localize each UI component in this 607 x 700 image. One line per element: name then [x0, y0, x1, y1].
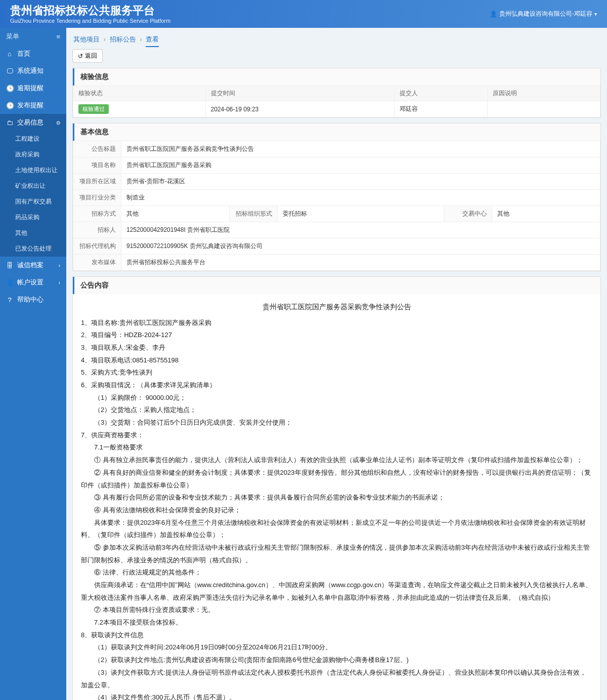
- sidebar-item[interactable]: 🗀交易信息⊖: [0, 114, 66, 131]
- app-header: 贵州省招标投标公共服务平台 GuiZhou Province Tendering…: [0, 0, 607, 28]
- label: 发布媒体: [73, 255, 121, 271]
- document-line: 5、采购方式:竞争性谈判: [81, 366, 592, 379]
- sidebar-item-label: 逾期提醒: [17, 84, 44, 93]
- table-row: 核验通过 2024-06-19 09:23 邓廷容: [73, 101, 600, 117]
- value: 贵州省-贵阳市-花溪区: [121, 174, 600, 190]
- user-icon: 👤: [6, 279, 13, 286]
- back-label: 返回: [85, 52, 97, 60]
- app-subtitle: GuiZhou Province Tendering and Bidding P…: [10, 18, 170, 24]
- clock-icon: 🕒: [6, 102, 13, 109]
- cell-reason: [488, 101, 600, 117]
- sidebar-header: 菜单 ≡: [0, 28, 66, 45]
- info-table: 公告标题 贵州省职工医院国产服务器采购竞争性谈判公告 项目名称 贵州省职工医院国…: [73, 141, 600, 271]
- sidebar-item[interactable]: ?帮助中心: [0, 291, 66, 308]
- home-icon: ⌂: [6, 50, 13, 58]
- user-menu[interactable]: 👤 贵州弘典建设咨询有限公司-邓廷容 ▾: [490, 10, 597, 18]
- col-reason: 原因说明: [488, 86, 600, 101]
- document-line: （1）采购限价： 90000.00元；: [81, 392, 592, 404]
- document-line: 4、项目联系电话:0851-85755198: [81, 354, 592, 367]
- sidebar-item[interactable]: 🖵系统通知: [0, 62, 66, 79]
- sidebar-item[interactable]: ⌂首页: [0, 45, 66, 62]
- value: 91520000722109905K 贵州弘典建设咨询有限公司: [121, 238, 600, 255]
- cell-time: 2024-06-19 09:23: [205, 101, 395, 117]
- breadcrumb: 其他项目 › 招标公告 › 查看: [72, 33, 601, 49]
- label: 交易中心: [444, 206, 492, 222]
- sidebar-item[interactable]: 🕒发布提醒: [0, 97, 66, 114]
- clock-icon: 🕒: [6, 85, 13, 92]
- document-body: 贵州省职工医院国产服务器采购竞争性谈判公告 1、项目名称:贵州省职工医院国产服务…: [73, 294, 600, 700]
- sidebar: 菜单 ≡ ⌂首页🖵系统通知🕒逾期提醒🕒发布提醒🗀交易信息⊖工程建设政府采购土地使…: [0, 28, 66, 700]
- value: 贵州省招标投标公共服务平台: [121, 255, 600, 271]
- sidebar-item-label: 系统通知: [17, 66, 44, 75]
- label: 项目所在区域: [73, 174, 121, 190]
- value: 其他: [492, 206, 600, 222]
- sidebar-item[interactable]: 👤帐户设置›: [0, 274, 66, 291]
- document-line: 8、获取谈判文件信息: [81, 629, 592, 642]
- sidebar-item[interactable]: 🗄诚信档案›: [0, 257, 66, 274]
- document-line: 7、供应商资格要求：: [81, 429, 592, 442]
- document-line: （2）获取谈判文件地点:贵州弘典建设咨询有限公司(贵阳市金阳南路6号世纪金源购物…: [81, 654, 592, 667]
- main-content: 其他项目 › 招标公告 › 查看 ↺ 返回 核验信息 核验状态 提交时间 提交人…: [66, 28, 607, 700]
- header-brand: 贵州省招标投标公共服务平台 GuiZhou Province Tendering…: [10, 4, 170, 23]
- document-line: 3、项目联系人:宋金委、李丹: [81, 342, 592, 354]
- panel-title: 公告内容: [73, 277, 600, 294]
- expand-icon: ›: [59, 263, 60, 268]
- document-line: （3）交货期：合同签订后5个日历日内完成供货、安装并交付使用；: [81, 417, 592, 429]
- document-line: （4）谈判文件售价:300元人民币（售后不退）。: [81, 691, 592, 700]
- chevron-down-icon: ▾: [594, 11, 597, 17]
- col-time: 提交时间: [205, 86, 395, 101]
- document-line: （1）获取谈判文件时间:2024年06月19日09时00分至2024年06月21…: [81, 641, 592, 654]
- document-title: 贵州省职工医院国产服务器采购竞争性谈判公告: [81, 300, 592, 314]
- document-line: 具体要求：提供2023年6月至今任意三个月依法缴纳税收和社会保障资金的有效证明材…: [81, 517, 592, 542]
- document-line: ① 具有独立承担民事责任的能力，提供法人（营利法人或非营利法人）有效的营业执照（…: [81, 454, 592, 467]
- reload-icon: ↺: [78, 53, 83, 60]
- expand-icon: ⊖: [56, 120, 60, 126]
- status-badge: 核验通过: [78, 104, 109, 114]
- help-icon: ?: [6, 296, 13, 304]
- document-line: ③ 具有履行合同所必需的设备和专业技术能力；具体要求：提供具备履行合同所必需的设…: [81, 491, 592, 504]
- label: 招标代理机构: [73, 238, 121, 255]
- sidebar-sub-item[interactable]: 已发公告处理: [0, 241, 66, 257]
- sidebar-sub-item[interactable]: 药品采购: [0, 210, 66, 225]
- menu-label: 菜单: [6, 32, 19, 41]
- cell-person: 邓廷容: [395, 101, 488, 117]
- user-icon: 👤: [490, 11, 497, 18]
- basic-panel: 基本信息 公告标题 贵州省职工医院国产服务器采购竞争性谈判公告 项目名称 贵州省…: [72, 123, 601, 271]
- document-line: 7.1一般资格要求: [81, 441, 592, 454]
- breadcrumb-sep: ›: [104, 35, 106, 43]
- document-line: ② 具有良好的商业信誉和健全的财务会计制度；具体要求：提供2023年度财务报告。…: [81, 467, 592, 491]
- label: 招标人: [73, 222, 121, 238]
- value: 制造业: [121, 190, 600, 206]
- sidebar-sub-item[interactable]: 政府采购: [0, 147, 66, 162]
- value: 其他: [121, 206, 230, 222]
- label: 项目行业分类: [73, 190, 121, 206]
- sidebar-item-label: 交易信息: [17, 118, 44, 127]
- sidebar-sub-item[interactable]: 土地使用权出让: [0, 162, 66, 178]
- sidebar-item-label: 帮助中心: [17, 295, 44, 304]
- archive-icon: 🗄: [6, 262, 13, 269]
- expand-icon: ›: [59, 280, 60, 285]
- hamburger-icon[interactable]: ≡: [56, 33, 60, 40]
- folder-icon: 🗀: [6, 119, 13, 127]
- document-line: 1、项目名称:贵州省职工医院国产服务器采购: [81, 317, 592, 330]
- app-title: 贵州省招标投标公共服务平台: [10, 4, 170, 17]
- col-status: 核验状态: [73, 86, 206, 101]
- breadcrumb-item[interactable]: 其他项目: [73, 35, 100, 43]
- sidebar-sub-item[interactable]: 国有产权交易: [0, 194, 66, 210]
- verify-table: 核验状态 提交时间 提交人 原因说明 核验通过 2024-06-19 09:23…: [73, 86, 600, 117]
- document-line: ⑦ 本项目所需特殊行业资质或要求：无。: [81, 604, 592, 616]
- document-line: 供应商须承诺：在“信用中国”网站（www.creditchina.gov.cn）…: [81, 579, 592, 604]
- document-line: ④ 具有依法缴纳税收和社会保障资金的良好记录；: [81, 504, 592, 517]
- value: 12520000429201948I 贵州省职工医院: [121, 222, 600, 238]
- back-button[interactable]: ↺ 返回: [72, 49, 103, 63]
- sidebar-sub-item[interactable]: 其他: [0, 225, 66, 241]
- sidebar-sub-item[interactable]: 工程建设: [0, 131, 66, 147]
- breadcrumb-item[interactable]: 招标公告: [110, 35, 136, 43]
- monitor-icon: 🖵: [6, 67, 13, 75]
- document-line: 2、项目编号：HDZB-2024-127: [81, 329, 592, 342]
- col-person: 提交人: [395, 86, 488, 101]
- verify-panel: 核验信息 核验状态 提交时间 提交人 原因说明 核验通过 2024-06-19 …: [72, 68, 601, 118]
- sidebar-item[interactable]: 🕒逾期提醒: [0, 79, 66, 97]
- sidebar-item-label: 帐户设置: [17, 278, 44, 287]
- sidebar-sub-item[interactable]: 矿业权出让: [0, 178, 66, 194]
